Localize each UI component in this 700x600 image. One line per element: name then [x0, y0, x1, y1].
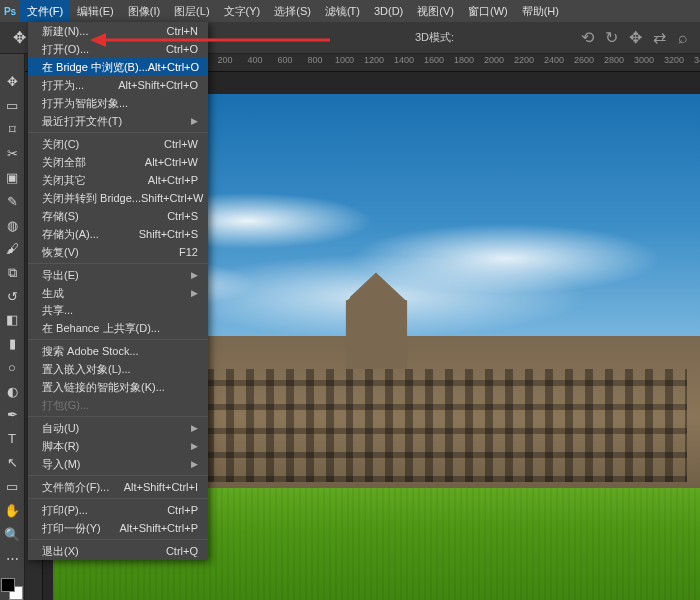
menu-layer[interactable]: 图层(L) — [167, 0, 216, 22]
pan-icon[interactable]: ✥ — [626, 29, 644, 47]
menu-item[interactable]: 退出(X)Ctrl+Q — [28, 542, 208, 560]
tool-zoom[interactable]: 🔍 — [2, 524, 22, 544]
menu-item-shortcut: Alt+Ctrl+O — [148, 61, 199, 73]
menu-item[interactable]: 关闭其它Alt+Ctrl+P — [28, 171, 208, 189]
tool-frame[interactable]: ▣ — [2, 167, 22, 187]
tool-rectangle[interactable]: ▭ — [2, 477, 22, 497]
tool-history-brush[interactable]: ↺ — [2, 287, 22, 306]
menu-separator — [28, 475, 208, 476]
menu-image[interactable]: 图像(I) — [121, 0, 167, 22]
tool-lasso[interactable]: ⌑ — [2, 120, 22, 140]
tool-hand[interactable]: ✋ — [2, 500, 22, 520]
ruler-tick-label: 800 — [307, 55, 322, 65]
menu-item-shortcut: Shift+Ctrl+W — [141, 192, 203, 204]
ruler-tick-label: 3400 — [694, 55, 700, 65]
submenu-arrow-icon: ▶ — [191, 270, 198, 280]
move-tool-icon[interactable]: ✥ — [10, 29, 28, 47]
orbit-icon[interactable]: ⟲ — [578, 29, 596, 47]
menu-view[interactable]: 视图(V) — [410, 0, 461, 22]
menu-item[interactable]: 新建(N)...Ctrl+N — [28, 22, 208, 40]
menu-separator — [28, 498, 208, 499]
menu-item[interactable]: 在 Behance 上共享(D)... — [28, 319, 208, 337]
menu-item[interactable]: 导出(E)▶ — [28, 266, 208, 284]
menu-3d[interactable]: 3D(D) — [367, 0, 410, 22]
tool-blur[interactable]: ○ — [2, 357, 22, 377]
menu-item[interactable]: 打开为...Alt+Shift+Ctrl+O — [28, 76, 208, 94]
tool-gradient[interactable]: ▮ — [2, 333, 22, 353]
tool-eyedropper[interactable]: ✎ — [2, 191, 22, 211]
menu-edit[interactable]: 编辑(E) — [70, 0, 121, 22]
menu-item[interactable]: 脚本(R)▶ — [28, 437, 208, 455]
menu-item-shortcut: Ctrl+P — [167, 504, 198, 516]
menu-separator — [28, 539, 208, 540]
menu-window[interactable]: 窗口(W) — [461, 0, 515, 22]
menu-item-label: 关闭其它 — [42, 173, 86, 188]
menu-item-shortcut: Ctrl+S — [167, 210, 198, 222]
menu-item: 打包(G)... — [28, 396, 208, 414]
menu-item[interactable]: 置入链接的智能对象(K)... — [28, 378, 208, 396]
menu-item-label: 打印(P)... — [42, 503, 88, 518]
menu-item[interactable]: 自动(U)▶ — [28, 419, 208, 437]
menu-item-shortcut: Ctrl+O — [166, 43, 198, 55]
tool-healing[interactable]: ◍ — [2, 215, 22, 235]
zoom3d-icon[interactable]: ⌕ — [674, 29, 692, 47]
tool-dodge[interactable]: ◐ — [2, 381, 22, 401]
menu-item-label: 生成 — [42, 286, 64, 300]
ruler-tick-label: 600 — [277, 55, 292, 65]
menu-item[interactable]: 打印(P)...Ctrl+P — [28, 501, 208, 519]
menu-item[interactable]: 打印一份(Y)Alt+Shift+Ctrl+P — [28, 519, 208, 537]
menu-item[interactable]: 生成▶ — [28, 284, 208, 301]
ruler-tick-label: 3200 — [664, 55, 684, 65]
menu-item[interactable]: 存储为(A)...Shift+Ctrl+S — [28, 225, 208, 243]
menu-item[interactable]: 存储(S)Ctrl+S — [28, 207, 208, 225]
menu-help[interactable]: 帮助(H) — [515, 0, 566, 22]
menu-item[interactable]: 共享... — [28, 301, 208, 319]
tool-panel: ✥ ▭ ⌑ ✂ ▣ ✎ ◍ 🖌 ⧉ ↺ ◧ ▮ ○ ◐ ✒ T ↖ ▭ ✋ 🔍 … — [0, 54, 25, 600]
tool-move[interactable]: ✥ — [2, 72, 22, 92]
menu-item-label: 关闭(C) — [42, 137, 79, 152]
menu-item[interactable]: 最近打开文件(T)▶ — [28, 112, 208, 130]
menu-item-label: 自动(U) — [42, 421, 79, 436]
menu-item[interactable]: 关闭(C)Ctrl+W — [28, 135, 208, 153]
tool-marquee[interactable]: ▭ — [2, 96, 22, 116]
roll-icon[interactable]: ↻ — [602, 29, 620, 47]
color-swatches[interactable] — [1, 578, 23, 600]
tool-stamp[interactable]: ⧉ — [2, 263, 22, 283]
submenu-arrow-icon: ▶ — [191, 459, 198, 469]
mode-3d-label: 3D模式: — [415, 30, 454, 45]
ruler-tick-label: 1200 — [364, 55, 384, 65]
submenu-arrow-icon: ▶ — [191, 441, 198, 451]
menu-item[interactable]: 关闭并转到 Bridge...Shift+Ctrl+W — [28, 189, 208, 207]
menu-select[interactable]: 选择(S) — [267, 0, 318, 22]
menu-item-shortcut: Alt+Shift+Ctrl+P — [119, 522, 198, 534]
menu-item-shortcut: Ctrl+W — [164, 138, 198, 150]
menu-file[interactable]: 文件(F) — [20, 0, 70, 22]
menu-item[interactable]: 恢复(V)F12 — [28, 243, 208, 261]
menu-item[interactable]: 关闭全部Alt+Ctrl+W — [28, 153, 208, 171]
tool-crop[interactable]: ✂ — [2, 144, 22, 164]
menu-item-shortcut: Ctrl+Q — [166, 545, 198, 557]
menu-item[interactable]: 文件简介(F)...Alt+Shift+Ctrl+I — [28, 478, 208, 496]
tool-brush[interactable]: 🖌 — [2, 239, 22, 259]
menu-item[interactable]: 在 Bridge 中浏览(B)...Alt+Ctrl+O — [28, 58, 208, 76]
menu-item-shortcut: F12 — [179, 246, 198, 258]
tool-pen[interactable]: ✒ — [2, 405, 22, 425]
ruler-tick-label: 2800 — [604, 55, 624, 65]
menu-item[interactable]: 搜索 Adobe Stock... — [28, 342, 208, 360]
tool-type[interactable]: T — [2, 429, 22, 449]
tool-path[interactable]: ↖ — [2, 453, 22, 473]
menu-item[interactable]: 导入(M)▶ — [28, 455, 208, 473]
slide-icon[interactable]: ⇄ — [650, 29, 668, 47]
menu-filter[interactable]: 滤镜(T) — [318, 0, 367, 22]
menu-item[interactable]: 打开为智能对象... — [28, 94, 208, 112]
foreground-color[interactable] — [1, 578, 15, 592]
ruler-tick-label: 2400 — [544, 55, 564, 65]
menu-item[interactable]: 置入嵌入对象(L)... — [28, 360, 208, 378]
menu-separator — [28, 416, 208, 417]
menu-item-shortcut: Alt+Shift+Ctrl+I — [124, 481, 198, 493]
tool-more[interactable]: ⋯ — [2, 548, 22, 568]
menu-type[interactable]: 文字(Y) — [217, 0, 268, 22]
submenu-arrow-icon: ▶ — [191, 116, 198, 126]
tool-eraser[interactable]: ◧ — [2, 310, 22, 330]
menu-item[interactable]: 打开(O)...Ctrl+O — [28, 40, 208, 58]
